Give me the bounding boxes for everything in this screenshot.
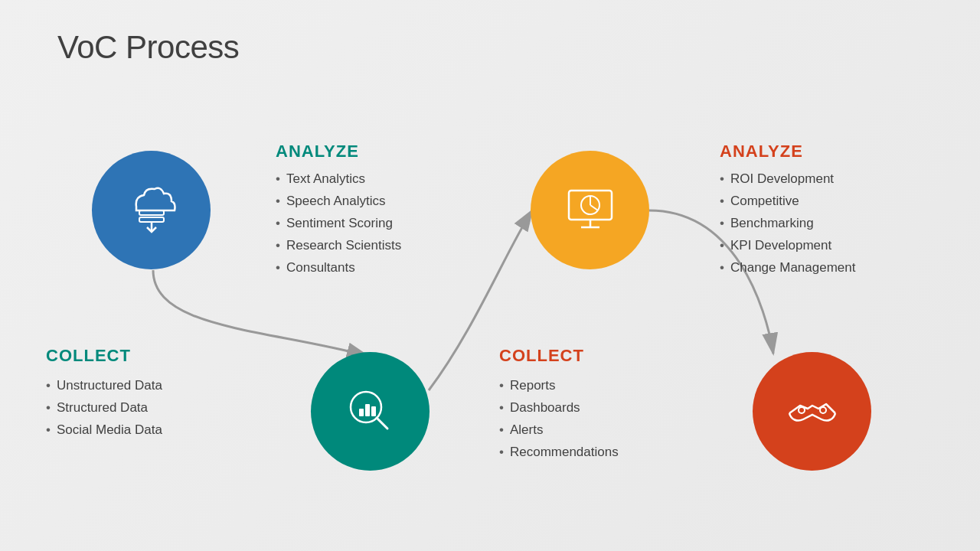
collect-right-header: COLLECT bbox=[499, 346, 584, 366]
collect-left-item-1: Unstructured Data bbox=[46, 375, 162, 397]
collect-right-item-2: Dashboards bbox=[499, 397, 619, 419]
svg-rect-12 bbox=[359, 409, 364, 416]
analyze-left-item-5: Consultants bbox=[276, 257, 401, 279]
analyze-left-list: Text Analytics Speech Analytics Sentimen… bbox=[276, 168, 401, 279]
svg-point-16 bbox=[820, 407, 826, 413]
collect-right-item-4: Recommendations bbox=[499, 442, 619, 464]
collect-left-header: COLLECT bbox=[46, 346, 131, 366]
analyze-right-item-2: Competitive bbox=[720, 191, 855, 213]
analyze-right-item-3: Benchmarking bbox=[720, 213, 855, 235]
circle-teal bbox=[311, 352, 430, 471]
analyze-left-item-2: Speech Analytics bbox=[276, 191, 401, 213]
collect-left-list: Unstructured Data Structured Data Social… bbox=[46, 375, 162, 442]
analyze-left-item-3: Sentiment Scoring bbox=[276, 213, 401, 235]
analytics-search-icon bbox=[340, 381, 401, 442]
svg-rect-2 bbox=[139, 217, 164, 222]
analyze-right-list: ROI Development Competitive Benchmarking… bbox=[720, 168, 855, 279]
collect-left-item-2: Structured Data bbox=[46, 397, 162, 419]
analyze-left-item-1: Text Analytics bbox=[276, 168, 401, 191]
circle-red bbox=[753, 352, 871, 471]
svg-rect-14 bbox=[371, 406, 376, 416]
cloud-data-icon bbox=[121, 180, 182, 241]
collect-right-item-1: Reports bbox=[499, 375, 619, 397]
circle-orange bbox=[531, 151, 649, 269]
analyze-right-item-5: Change Management bbox=[720, 257, 855, 279]
collect-left-item-3: Social Media Data bbox=[46, 419, 162, 442]
svg-point-15 bbox=[799, 407, 805, 413]
svg-line-11 bbox=[377, 418, 387, 429]
monitor-chart-icon bbox=[560, 180, 621, 241]
svg-rect-1 bbox=[139, 210, 164, 215]
handshake-icon bbox=[782, 381, 843, 442]
analyze-right-header: ANALYZE bbox=[720, 142, 803, 161]
analyze-left-item-4: Research Scientists bbox=[276, 235, 401, 257]
svg-rect-13 bbox=[365, 404, 370, 416]
collect-right-list: Reports Dashboards Alerts Recommendation… bbox=[499, 375, 619, 464]
analyze-left-header: ANALYZE bbox=[276, 142, 359, 161]
analyze-right-item-1: ROI Development bbox=[720, 168, 855, 191]
page-title: VoC Process bbox=[57, 29, 239, 66]
svg-line-7 bbox=[590, 205, 598, 210]
circle-blue bbox=[92, 151, 211, 269]
collect-right-item-3: Alerts bbox=[499, 419, 619, 442]
analyze-right-item-4: KPI Development bbox=[720, 235, 855, 257]
